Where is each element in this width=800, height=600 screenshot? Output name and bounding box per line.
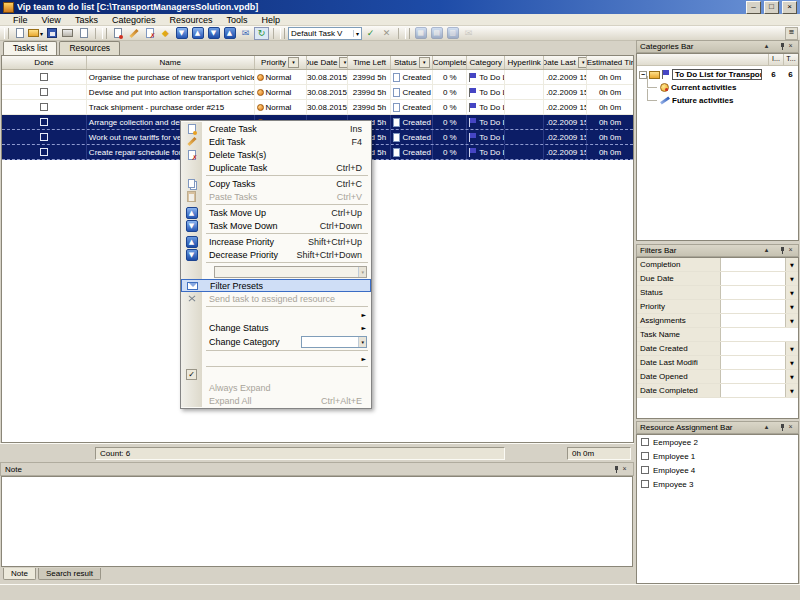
table-row[interactable]: Devise and put into action transportatio… — [2, 85, 633, 100]
done-checkbox[interactable] — [40, 103, 48, 111]
done-checkbox[interactable] — [40, 88, 48, 96]
filter-presets-combo[interactable]: ▾ — [214, 266, 367, 278]
menu-item-create-task[interactable]: Create TaskIns — [181, 122, 371, 135]
menu-help[interactable]: Help — [254, 15, 287, 25]
filter-value-field[interactable] — [721, 314, 785, 327]
menu-item-collapse-all[interactable]: Expand AllCtrl+Alt+E — [181, 394, 371, 407]
column-status[interactable]: Status▾ — [391, 56, 433, 69]
save-icon[interactable] — [44, 27, 59, 40]
filter-value-field[interactable] — [721, 370, 785, 383]
collapse-icon[interactable]: ▴ — [762, 42, 771, 51]
dropdown-icon[interactable]: ▼ — [785, 356, 798, 369]
minimize-icon[interactable]: – — [746, 1, 761, 14]
column-complete[interactable]: Complete — [433, 56, 467, 69]
category-item-current-activities[interactable]: Current activities — [637, 81, 798, 94]
done-checkbox[interactable] — [40, 148, 48, 156]
menu-item-duplicate-task[interactable]: Duplicate TaskCtrl+D — [181, 161, 371, 174]
filter-value-field[interactable] — [721, 328, 798, 341]
collapse-icon[interactable]: ▴ — [762, 246, 771, 255]
date-last-filter-icon[interactable]: ▾ — [578, 57, 587, 68]
dropdown-icon[interactable]: ▼ — [785, 258, 798, 271]
tab-resources[interactable]: Resources — [59, 41, 120, 55]
menu-item-paste-tasks[interactable]: Paste TasksCtrl+V — [181, 190, 371, 203]
resource-checkbox[interactable] — [641, 466, 649, 474]
edit-task-icon[interactable] — [126, 27, 141, 40]
done-checkbox[interactable] — [40, 73, 48, 81]
resource-item[interactable]: Employee 1 — [637, 449, 798, 463]
dropdown-icon[interactable]: ▼ — [785, 384, 798, 397]
table-row[interactable]: Organise the purchase of new transport v… — [2, 70, 633, 85]
pin-icon[interactable] — [608, 465, 617, 474]
column-estimated-time[interactable]: Estimated Tir — [587, 56, 633, 69]
menu-item-change-status[interactable]: ► — [181, 308, 371, 321]
resource-checkbox[interactable] — [641, 480, 649, 488]
pin-icon[interactable] — [774, 42, 783, 51]
menu-item-increase-priority[interactable]: ▲ Increase PriorityShift+Ctrl+Up — [181, 235, 371, 248]
close-icon[interactable]: × — [786, 423, 795, 432]
task-move-down-icon[interactable]: ▼ — [174, 27, 189, 40]
menu-item-expand-all[interactable]: Always Expand — [181, 381, 371, 394]
note-content[interactable] — [1, 476, 633, 567]
menu-item-set-due-date[interactable]: Change Category ▾ — [181, 334, 371, 349]
column-priority[interactable]: Priority▾ — [255, 56, 307, 69]
close-icon[interactable]: × — [786, 246, 795, 255]
pin-icon[interactable] — [774, 246, 783, 255]
dropdown-icon[interactable]: ▼ — [785, 342, 798, 355]
menu-categories[interactable]: Categories — [105, 15, 163, 25]
close-icon[interactable]: × — [782, 1, 797, 14]
open-file-icon[interactable]: ▾ — [28, 27, 43, 40]
menu-item-paste-new-task[interactable]: Send task to assigned resource — [181, 292, 371, 305]
delete-task-icon[interactable] — [142, 27, 157, 40]
menu-resources[interactable]: Resources — [162, 15, 219, 25]
table-row[interactable]: Track shipment - purchase order #215 Nor… — [2, 100, 633, 115]
menu-item-edit-task[interactable]: Edit TaskF4 — [181, 135, 371, 148]
tab-note[interactable]: Note — [3, 568, 36, 580]
close-icon[interactable]: × — [620, 465, 629, 474]
tab-search-result[interactable]: Search result — [38, 568, 101, 580]
task-view-combo[interactable]: Default Task V ▾ — [288, 27, 362, 40]
menu-item-delete-task[interactable]: Delete Task(s) — [181, 148, 371, 161]
filter-value-field[interactable] — [721, 356, 785, 369]
due-date-filter-icon[interactable]: ▾ — [339, 57, 348, 68]
task-view-dropdown-icon[interactable]: ▾ — [353, 30, 359, 37]
filter-value-field[interactable] — [721, 384, 785, 397]
close-icon[interactable]: × — [786, 42, 795, 51]
done-checkbox[interactable] — [40, 133, 48, 141]
decrease-priority-icon[interactable]: ▼ — [206, 27, 221, 40]
column-time-left[interactable]: Time Left — [348, 56, 391, 69]
tab-tasks-list[interactable]: Tasks list — [3, 41, 57, 55]
column-done[interactable]: Done — [2, 56, 87, 69]
apply-view-icon[interactable]: ✓ — [363, 27, 378, 40]
send-task-icon[interactable]: ✉ — [238, 27, 253, 40]
menu-item-send-task-to-assigned-resource[interactable]: Filter Presets — [181, 279, 371, 292]
print-icon[interactable] — [60, 27, 75, 40]
task-move-up-icon[interactable]: ▲ — [190, 27, 205, 40]
resource-item[interactable]: Empoyee 3 — [637, 477, 798, 491]
complete-task-icon[interactable]: ◆ — [158, 27, 173, 40]
print-preview-icon[interactable] — [76, 27, 91, 40]
priority-filter-icon[interactable]: ▾ — [288, 57, 299, 68]
dropdown-icon[interactable]: ▼ — [785, 314, 798, 327]
filter-value-field[interactable] — [721, 286, 785, 299]
dropdown-icon[interactable]: ▼ — [785, 286, 798, 299]
maximize-icon[interactable]: □ — [764, 1, 779, 14]
pin-icon[interactable] — [774, 423, 783, 432]
clear-view-icon[interactable]: ✕ — [379, 27, 394, 40]
menu-item-copy-tasks[interactable]: Copy TasksCtrl+C — [181, 177, 371, 190]
resource-checkbox[interactable] — [641, 438, 649, 446]
filter-value-field[interactable] — [721, 258, 785, 271]
dropdown-icon[interactable]: ▼ — [785, 272, 798, 285]
filter-value-field[interactable] — [721, 272, 785, 285]
increase-priority-icon[interactable]: ▲ — [222, 27, 237, 40]
filter-value-field[interactable] — [721, 300, 785, 313]
menu-item-decrease-priority[interactable]: ▼ Decrease PriorityShift+Ctrl+Down — [181, 248, 371, 261]
expand-toggle-icon[interactable]: ↻ — [254, 27, 269, 40]
dropdown-icon[interactable]: ▼ — [785, 370, 798, 383]
menu-tools[interactable]: Tools — [219, 15, 254, 25]
resource-item[interactable]: Eempoyee 2 — [637, 435, 798, 449]
menu-item-always-expand[interactable]: ✓ — [181, 368, 371, 381]
column-due-date[interactable]: Due Date▾ — [307, 56, 349, 69]
send-email-icon[interactable]: ✉ — [461, 27, 476, 40]
done-checkbox[interactable] — [40, 118, 48, 126]
menu-file[interactable]: File — [6, 15, 35, 25]
